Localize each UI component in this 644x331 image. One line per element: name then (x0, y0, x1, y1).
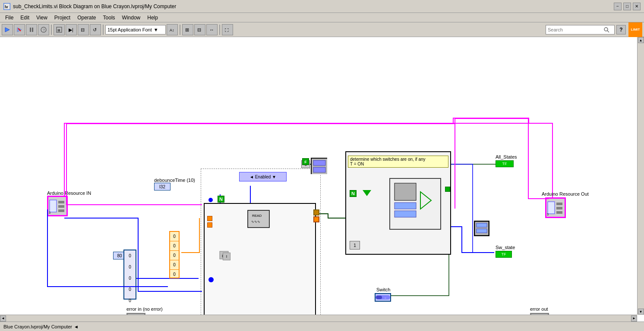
orange-terminal-1 (207, 216, 212, 221)
minimize-button[interactable]: − (614, 3, 622, 10)
array-output-terminal-2 (313, 216, 319, 222)
arduino-in-block: 3 (47, 196, 68, 216)
window-controls[interactable]: − □ ✕ (614, 3, 641, 10)
svg-text:⊟: ⊟ (81, 27, 85, 32)
error-out-label: error out (530, 306, 548, 312)
run-button[interactable] (2, 24, 13, 35)
toolbar-separator-3 (180, 25, 180, 35)
toolbar-separator-4 (219, 25, 220, 35)
search-icon[interactable] (602, 25, 611, 34)
svg-marker-2 (5, 28, 9, 32)
window-title: sub_CheckLimits.vi Block Diagram on Blue… (13, 3, 614, 9)
pink-wire-tr2 (528, 118, 529, 198)
pink-wire-tr (455, 118, 528, 119)
svg-line-20 (607, 31, 609, 32)
font-selector[interactable]: 15pt Application Font ▼ (105, 25, 166, 34)
svg-text:READ: READ (252, 214, 262, 218)
svg-text:A↕: A↕ (170, 28, 174, 32)
resize-btn[interactable]: ↔ (206, 24, 218, 35)
for-loop-f-indicator: F (302, 158, 309, 165)
svg-point-19 (604, 28, 608, 31)
pause-button[interactable] (26, 24, 37, 35)
scrollbar-right[interactable]: ▲ ▼ (637, 37, 644, 315)
scroll-right-button[interactable]: ► (631, 315, 637, 322)
context-help-button[interactable]: ? (38, 24, 49, 35)
debounce-time-label: debounceTime (10) (154, 178, 195, 183)
menu-view[interactable]: View (33, 14, 51, 22)
menu-edit[interactable]: Edit (17, 14, 33, 22)
all-states-label: All_States (496, 154, 517, 159)
svg-text:⊟: ⊟ (197, 27, 201, 32)
svg-marker-38 (420, 192, 431, 209)
inner-case-struct: READ ∿∿∿ I (204, 203, 316, 317)
font-selector-text: 15pt Application Font (107, 27, 152, 32)
app-icon: lv (3, 3, 10, 10)
toolbar-btn-2[interactable]: ⊞ (54, 24, 65, 35)
svg-rect-47 (477, 229, 487, 233)
align-btn[interactable]: ⊞ (182, 24, 193, 35)
array-vi-block (311, 158, 327, 174)
inner-array-block (389, 178, 441, 230)
svg-text:lv: lv (5, 5, 8, 9)
scrollbar-bottom[interactable]: ◄ ► (0, 315, 637, 322)
arduino-in-label: Arduino Resource IN (47, 190, 91, 196)
svg-text:→: → (383, 296, 387, 300)
svg-rect-49 (376, 296, 382, 299)
broken-run-button[interactable] (14, 24, 25, 35)
wires-layer (0, 37, 644, 322)
menu-operate[interactable]: Operate (74, 14, 99, 22)
restore-button[interactable]: □ (623, 3, 631, 10)
svg-text:?: ? (43, 28, 45, 32)
toolbar-separator-1 (51, 25, 52, 35)
toolbar-btn-4[interactable]: ⊟ (78, 24, 89, 35)
clean-diagram-btn[interactable]: ⛶ (222, 24, 233, 35)
toolbar-btn-5[interactable]: ↺ (90, 24, 101, 35)
pink-wire-vr (455, 118, 455, 209)
svg-text:3: 3 (49, 211, 51, 214)
scroll-up-button[interactable]: ▲ (638, 37, 644, 43)
help-button[interactable]: ? (616, 25, 626, 34)
toolbar-btn-3[interactable]: ▶| (66, 24, 77, 35)
array-output-terminal (313, 209, 319, 215)
blue-wire-v1 (47, 209, 48, 287)
enabled-selector[interactable]: ◄ Enabled ▼ (239, 172, 287, 181)
svg-rect-40 (548, 202, 555, 214)
close-button[interactable]: ✕ (633, 3, 641, 10)
scroll-down-button[interactable]: ▼ (638, 309, 644, 315)
svg-text:⊞: ⊞ (185, 27, 189, 32)
search-box[interactable] (546, 25, 615, 34)
svg-text:⛶: ⛶ (225, 28, 229, 32)
pink-wire-h1 (66, 204, 202, 205)
menu-window[interactable]: Window (119, 14, 144, 22)
bool-const-i1: I (223, 253, 230, 260)
pink-wire-toout (528, 198, 549, 199)
distribute-btn[interactable]: ⊟ (194, 24, 205, 35)
svg-rect-22 (50, 200, 57, 212)
search-input[interactable] (546, 25, 602, 34)
canvas-area[interactable]: Arduino Resource IN 3 debounceTime (10) … (0, 37, 644, 322)
toolbar-separator-2 (103, 25, 104, 35)
scroll-left-button[interactable]: ◄ (0, 315, 6, 322)
menu-file[interactable]: File (2, 14, 17, 22)
sw-state-label: Sw_state (496, 245, 515, 250)
toolbar: ? ⊞ ▶| ⊟ ↺ 15pt Application Font ▼ A↕ ⊞ … (0, 22, 644, 37)
font-size-btn[interactable]: A↕ (167, 24, 178, 35)
case-index-1: 1 (350, 241, 360, 250)
svg-rect-34 (313, 167, 325, 172)
orange-array-block: 0 0 0 0 0 (169, 231, 180, 278)
menu-project[interactable]: Project (51, 14, 74, 22)
lv-indicator: LIMIT (628, 22, 642, 37)
svg-rect-37 (395, 211, 416, 217)
pink-wire-v1 (66, 123, 67, 205)
status-bar: Blue Crayon.lvproj/My Computer ◄ (0, 322, 644, 331)
green-down-arrow (363, 190, 371, 196)
menu-tools[interactable]: Tools (100, 14, 119, 22)
svg-text:3: 3 (547, 213, 549, 216)
array-block-zeros: 0 0 0 0 0 (123, 250, 136, 300)
menu-help[interactable]: Help (144, 14, 161, 22)
case-output-green (445, 187, 450, 192)
svg-rect-36 (395, 203, 416, 209)
blue-wire-h1 (47, 286, 168, 287)
switch-label: Switch (376, 287, 390, 292)
switch-block: → (375, 293, 391, 302)
